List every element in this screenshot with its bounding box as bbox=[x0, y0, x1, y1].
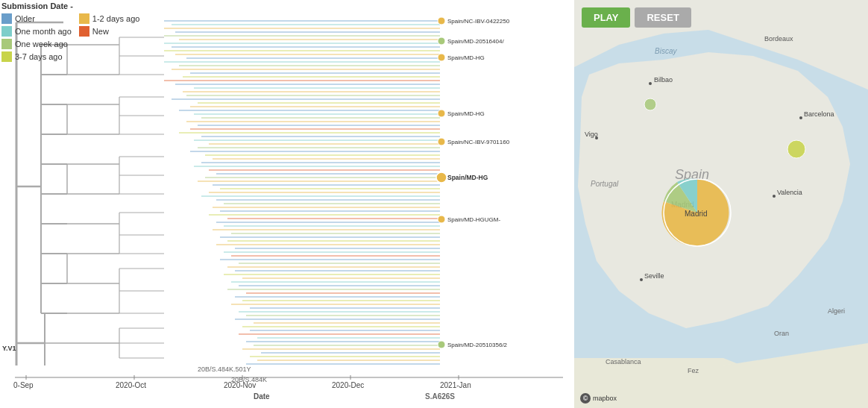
play-button[interactable]: PLAY bbox=[582, 7, 630, 28]
svg-text:Spain/MD-HG: Spain/MD-HG bbox=[447, 54, 485, 61]
legend-item-three-seven: 3-7 days ago bbox=[1, 51, 72, 62]
mapbox-label: mapbox bbox=[593, 395, 617, 402]
legend-color-one-month bbox=[1, 26, 12, 37]
svg-text:Spain/MD-HG: Spain/MD-HG bbox=[447, 174, 488, 181]
svg-text:Vigo: Vigo bbox=[585, 131, 598, 138]
mapbox-attribution[interactable]: © mapbox bbox=[580, 393, 617, 404]
map-controls: PLAY RESET bbox=[582, 7, 691, 28]
legend-color-new bbox=[79, 26, 89, 37]
svg-point-151 bbox=[438, 37, 445, 45]
svg-point-203 bbox=[787, 140, 805, 158]
svg-point-196 bbox=[640, 278, 643, 281]
svg-text:Biscay: Biscay bbox=[655, 47, 677, 55]
legend-item-older: Older bbox=[1, 13, 72, 24]
svg-text:2020-Dec: 2020-Dec bbox=[332, 381, 364, 389]
svg-text:Bordeaux: Bordeaux bbox=[764, 35, 793, 43]
legend-item-one-month: One month ago bbox=[1, 26, 72, 37]
svg-text:20B/S.484K.501Y: 20B/S.484K.501Y bbox=[198, 365, 251, 373]
svg-text:2021-Jan: 2021-Jan bbox=[440, 381, 471, 389]
svg-point-150 bbox=[438, 17, 445, 25]
legend-item-one-week: One week ago bbox=[1, 39, 72, 49]
phylogenetic-tree-panel: Submission Date - OlderOne month agoOne … bbox=[0, 0, 574, 408]
map-svg: Biscay Bordeaux Spain Portugal Bilbao Vi… bbox=[574, 0, 868, 408]
svg-text:Date: Date bbox=[254, 392, 270, 401]
reset-button[interactable]: RESET bbox=[635, 7, 691, 28]
legend-color-one-week bbox=[1, 39, 12, 49]
svg-text:Spain/MD-HGUGM-: Spain/MD-HGUGM- bbox=[447, 216, 500, 223]
legend: OlderOne month agoOne week ago3-7 days a… bbox=[1, 13, 277, 62]
svg-text:Casablanca: Casablanca bbox=[606, 358, 641, 365]
map-panel: PLAY RESET Biscay Bordeaux Spain Portuga… bbox=[574, 0, 868, 408]
svg-point-194 bbox=[773, 195, 776, 198]
svg-point-157 bbox=[438, 341, 445, 348]
svg-point-187 bbox=[649, 82, 652, 85]
svg-text:20B/S.484K: 20B/S.484K bbox=[231, 376, 267, 383]
svg-text:2020-Oct: 2020-Oct bbox=[116, 381, 146, 389]
svg-text:Spain/MD-20516404/: Spain/MD-20516404/ bbox=[447, 38, 504, 45]
svg-text:Barcelona: Barcelona bbox=[804, 110, 834, 118]
sort-label[interactable]: Submission Date - bbox=[1, 1, 73, 10]
svg-text:Spain/NC-IBV-9701160: Spain/NC-IBV-9701160 bbox=[447, 139, 510, 145]
svg-point-152 bbox=[438, 54, 445, 61]
svg-point-153 bbox=[438, 110, 445, 117]
legend-item-new: New bbox=[79, 26, 140, 37]
svg-text:Spain/MD-HG: Spain/MD-HG bbox=[447, 110, 485, 117]
svg-text:Y.V1: Y.V1 bbox=[2, 345, 16, 352]
svg-text:S.A626S: S.A626S bbox=[425, 392, 455, 401]
svg-text:Portugal: Portugal bbox=[591, 180, 619, 188]
svg-text:Spain/NC-IBV-0422250: Spain/NC-IBV-0422250 bbox=[447, 18, 510, 25]
svg-text:Oran: Oran bbox=[774, 330, 789, 337]
svg-text:Spain/MD-20510356/2: Spain/MD-20510356/2 bbox=[447, 342, 508, 348]
svg-text:Fez: Fez bbox=[688, 367, 699, 374]
svg-point-156 bbox=[438, 216, 445, 223]
svg-text:Seville: Seville bbox=[644, 272, 664, 280]
legend-color-one-two-days bbox=[79, 13, 89, 24]
svg-point-191 bbox=[799, 116, 802, 119]
legend-color-older bbox=[1, 13, 12, 24]
svg-point-155 bbox=[436, 172, 447, 183]
legend-item-one-two-days: 1-2 days ago bbox=[79, 13, 140, 24]
svg-text:Valencia: Valencia bbox=[777, 189, 802, 196]
svg-point-202 bbox=[644, 98, 656, 110]
svg-point-154 bbox=[438, 138, 445, 145]
svg-text:0-Sep: 0-Sep bbox=[13, 381, 34, 389]
legend-color-three-seven bbox=[1, 51, 12, 62]
svg-text:Madrid: Madrid bbox=[685, 210, 708, 218]
svg-text:Algeri: Algeri bbox=[828, 307, 845, 315]
svg-text:Bilbao: Bilbao bbox=[654, 76, 673, 84]
